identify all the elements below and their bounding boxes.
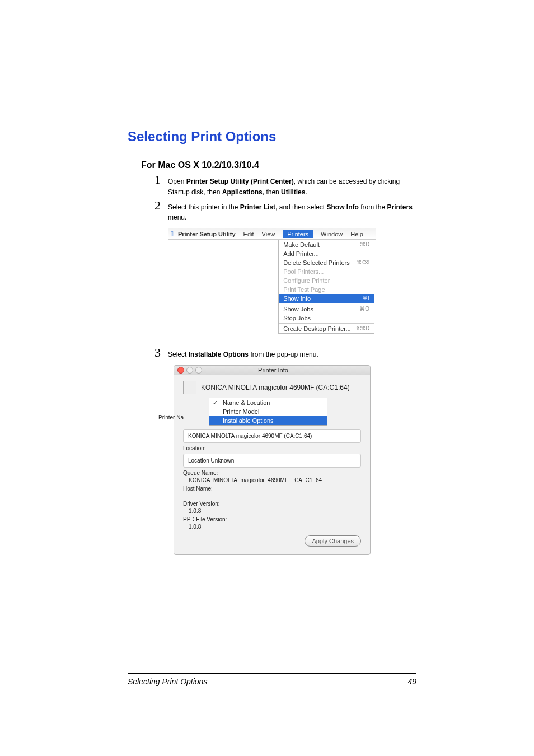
- step-2: 2 Select this printer in the Printer Lis…: [154, 202, 416, 223]
- figure-printer-info: Printer Info KONICA MINOLTA magicolor 46…: [128, 365, 416, 555]
- ppd-version-value: 1.0.8: [189, 524, 361, 530]
- step-1: 1 Open Printer Setup Utility (Print Cent…: [154, 176, 416, 197]
- menu-printers: Printers: [283, 230, 313, 238]
- traffic-lights: [177, 367, 202, 374]
- step-2-text: Select this printer in the Printer List,…: [168, 203, 413, 222]
- popup-name-location: ✓Name & Location: [209, 398, 327, 407]
- heading-selecting-print-options: Selecting Print Options: [128, 129, 416, 144]
- queue-name-value: KONICA_MINOLTA_magicolor_4690MF__CA_C1_6…: [189, 477, 361, 483]
- zoom-icon: [195, 367, 202, 374]
- popup-printer-model: Printer Model: [209, 407, 327, 416]
- menu-item-show-info: Show Info⌘I: [279, 294, 374, 303]
- menu-view: View: [262, 231, 275, 237]
- page-number: 49: [407, 677, 416, 686]
- step-1-number: 1: [154, 172, 161, 187]
- titlebar: Printer Info: [174, 366, 370, 375]
- menubar:  Printer Setup Utility Edit View Printe…: [168, 228, 376, 240]
- app-title: Printer Setup Utility: [178, 231, 236, 237]
- printers-dropdown: Make Default⌘D Add Printer... Delete Sel…: [278, 240, 374, 334]
- driver-version-value: 1.0.8: [189, 508, 361, 514]
- subheading-mac-os-x: For Mac OS X 10.2/10.3/10.4: [141, 160, 416, 170]
- menu-item-create-desktop-printer: Create Desktop Printer...⇧⌘D: [279, 324, 374, 333]
- menu-help: Help: [350, 231, 363, 237]
- step-3-number: 3: [154, 346, 161, 360]
- menu-window: Window: [321, 231, 343, 237]
- driver-version-label: Driver Version:: [183, 501, 361, 507]
- printer-name: KONICA MINOLTA magicolor 4690MF (CA:C1:6…: [201, 384, 350, 391]
- menu-edit: Edit: [243, 231, 254, 237]
- page-footer: Selecting Print Options 49: [128, 673, 416, 686]
- step-1-text: Open Printer Setup Utility (Print Center…: [168, 178, 400, 196]
- menu-item-add-printer: Add Printer...: [279, 249, 374, 258]
- location-label: Location:: [183, 445, 361, 451]
- menu-item-stop-jobs: Stop Jobs: [279, 314, 374, 323]
- menu-item-print-test-page: Print Test Page: [279, 285, 374, 294]
- location-field: Location Unknown: [183, 454, 361, 468]
- queue-name-label: Queue Name:: [183, 470, 361, 476]
- blank-area: [168, 240, 278, 327]
- window-title: Printer Info: [202, 367, 344, 374]
- options-popup: ✓Name & Location Printer Model Installab…: [209, 398, 327, 426]
- menu-item-configure-printer: Configure Printer: [279, 276, 374, 285]
- minimize-icon: [186, 367, 193, 374]
- menu-item-delete-selected: Delete Selected Printers⌘⌫: [279, 258, 374, 267]
- apple-icon: : [171, 230, 174, 238]
- popup-installable-options: Installable Options: [209, 416, 327, 425]
- menu-item-show-jobs: Show Jobs⌘O: [279, 305, 374, 314]
- printer-name-field: KONICA MINOLTA magicolor 4690MF (CA:C1:6…: [183, 429, 361, 443]
- footer-title: Selecting Print Options: [128, 677, 207, 686]
- step-3-text: Select Installable Options from the pop-…: [168, 351, 318, 358]
- close-icon: [177, 367, 184, 374]
- figure-printers-menu:  Printer Setup Utility Edit View Printe…: [128, 228, 416, 334]
- printer-icon: [183, 381, 196, 394]
- apply-changes-button: Apply Changes: [305, 535, 361, 547]
- host-name-label: Host Name:: [183, 486, 361, 492]
- menu-item-pool-printers: Pool Printers...: [279, 267, 374, 276]
- side-label-printer-na: Printer Na: [158, 414, 184, 421]
- menu-item-make-default: Make Default⌘D: [279, 240, 374, 249]
- step-2-number: 2: [154, 198, 161, 213]
- step-3: 3 Select Installable Options from the po…: [154, 349, 416, 360]
- ppd-version-label: PPD File Version:: [183, 516, 361, 522]
